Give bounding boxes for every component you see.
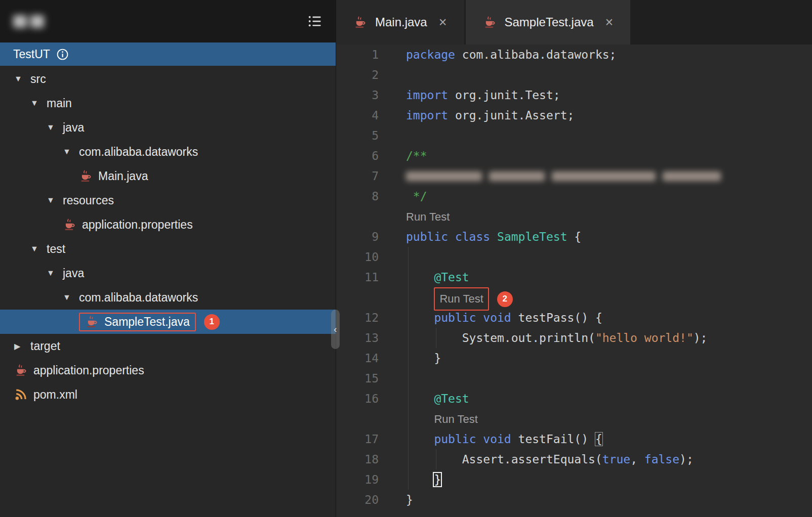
code-line-15[interactable]: 15	[336, 368, 812, 389]
code-token: @Test	[434, 271, 469, 284]
tree-item-src[interactable]: ▼src	[0, 67, 336, 91]
code-token: ,	[630, 453, 644, 466]
line-number: 8	[336, 186, 379, 206]
code-line-13[interactable]: 13 System.out.println("hello world!");	[336, 328, 812, 348]
app-window: TestUT ▼src▼main▼java▼com.alibaba.datawo…	[0, 0, 812, 517]
code-text: import org.junit.Test;	[406, 85, 560, 105]
tree-item-test[interactable]: ▼test	[0, 237, 336, 261]
indent-guide	[408, 409, 409, 429]
code-line-20[interactable]: 20}	[336, 490, 812, 510]
chevron-down-icon[interactable]: ▼	[14, 74, 30, 83]
info-icon[interactable]	[56, 48, 69, 61]
sidebar-header	[0, 0, 336, 42]
code-line-18[interactable]: 18 Assert.assertEquals(true, false);	[336, 449, 812, 469]
code-text: }	[406, 490, 413, 510]
chevron-down-icon[interactable]: ▼	[30, 99, 47, 108]
line-number: 9	[336, 227, 379, 247]
chevron-down-icon[interactable]: ▼	[47, 269, 63, 278]
code-line-5[interactable]: 5	[336, 125, 812, 146]
code-token	[406, 433, 434, 446]
close-icon[interactable]: ×	[605, 16, 614, 29]
tree-item-pom-xml[interactable]: pom.xml	[0, 382, 336, 407]
tree-item-target[interactable]: ▶target	[0, 334, 336, 358]
code-line-2[interactable]: 2	[336, 65, 812, 85]
tree-item-main-java[interactable]: Main.java	[0, 164, 336, 188]
run-test-lens[interactable]: Run Test	[434, 409, 477, 429]
lens-line[interactable]: Run Test2	[336, 287, 812, 308]
chevron-down-icon[interactable]: ▼	[30, 244, 47, 253]
code-token: testPass() {	[511, 311, 602, 324]
tree-item-label: target	[30, 339, 60, 353]
code-editor: Main.java×SampleTest.java× 1package com.…	[336, 0, 812, 517]
chevron-down-icon[interactable]: ▼	[63, 293, 79, 302]
tree-item-label: java	[63, 121, 84, 135]
chevron-down-icon[interactable]: ▼	[63, 147, 79, 156]
chevron-right-icon[interactable]: ▶	[14, 341, 30, 351]
line-number: 12	[336, 308, 379, 328]
tree-item-java[interactable]: ▼java	[0, 261, 336, 285]
code-line-6[interactable]: 6/**	[336, 146, 812, 166]
tree-item-com-alibaba-dataworks[interactable]: ▼com.alibaba.dataworks	[0, 285, 336, 310]
code-text: Run Test2	[406, 287, 513, 308]
tab-sampletest-java[interactable]: SampleTest.java×	[466, 0, 631, 45]
indent-guide	[408, 389, 409, 409]
tree-item-sampletest-java[interactable]: SampleTest.java1	[0, 310, 336, 334]
lens-line[interactable]: Run Test	[336, 409, 812, 429]
tree-item-com-alibaba-dataworks[interactable]: ▼com.alibaba.dataworks	[0, 140, 336, 164]
annotation-badge-2: 2	[497, 291, 513, 307]
tree-item-label: SampleTest.java	[104, 315, 190, 329]
tab-main-java[interactable]: Main.java×	[336, 0, 464, 45]
code-token: false	[644, 453, 679, 466]
code-token: {	[595, 433, 602, 446]
indent-guide	[408, 449, 409, 469]
tree-item-application-properties[interactable]: application.properties	[0, 212, 336, 237]
tree-item-main[interactable]: ▼main	[0, 91, 336, 115]
code-token: */	[406, 190, 427, 203]
code-line-10[interactable]: 10	[336, 247, 812, 267]
tab-bar: Main.java×SampleTest.java×	[336, 0, 812, 45]
indent-guide	[436, 328, 436, 348]
close-icon[interactable]: ×	[439, 16, 447, 29]
code-token: import	[406, 89, 448, 102]
code-token: "hello world!"	[595, 331, 694, 344]
line-number: 6	[336, 146, 379, 166]
code-token	[406, 473, 434, 486]
chevron-down-icon[interactable]: ▼	[47, 123, 63, 132]
code-line-3[interactable]: 3import org.junit.Test;	[336, 85, 812, 105]
line-number: 15	[336, 368, 379, 389]
code-text: public class SampleTest {	[406, 227, 581, 247]
sidebar-collapse-handle[interactable]: ‹	[331, 310, 340, 349]
project-bar[interactable]: TestUT	[0, 42, 336, 66]
tree-item-java[interactable]: ▼java	[0, 115, 336, 140]
code-line-4[interactable]: 4import org.junit.Assert;	[336, 105, 812, 125]
code-line-7[interactable]: 7	[336, 166, 812, 186]
run-test-lens[interactable]: Run Test	[406, 207, 450, 227]
xml-file-icon	[14, 388, 33, 401]
code-line-19[interactable]: 19 }	[336, 469, 812, 490]
code-line-11[interactable]: 11 @Test	[336, 267, 812, 287]
code-token	[406, 311, 434, 324]
redacted-comment	[406, 166, 721, 186]
code-token: org.junit.Test;	[448, 89, 560, 102]
code-line-17[interactable]: 17 public void testFail() {	[336, 429, 812, 449]
code-token: package	[406, 48, 455, 61]
code-line-14[interactable]: 14 }	[336, 348, 812, 368]
code-area[interactable]: 1package com.alibaba.dataworks;23import …	[336, 45, 812, 517]
code-text: /**	[406, 146, 427, 166]
indent-guide	[408, 429, 409, 449]
code-line-1[interactable]: 1package com.alibaba.dataworks;	[336, 45, 812, 65]
code-line-12[interactable]: 12 public void testPass() {	[336, 308, 812, 328]
lens-line[interactable]: Run Test	[336, 206, 812, 227]
tree-item-label: com.alibaba.dataworks	[79, 145, 198, 159]
code-line-9[interactable]: 9public class SampleTest {	[336, 227, 812, 247]
java-file-icon	[353, 16, 367, 29]
chevron-down-icon[interactable]: ▼	[47, 196, 63, 205]
run-test-lens[interactable]: Run Test	[439, 289, 483, 309]
list-icon[interactable]	[307, 14, 322, 28]
tree-item-resources[interactable]: ▼resources	[0, 188, 336, 212]
code-line-16[interactable]: 16 @Test	[336, 389, 812, 409]
tree-item-label: application.properties	[82, 218, 193, 232]
code-line-8[interactable]: 8 */	[336, 186, 812, 206]
tree-item-application-properties[interactable]: application.properties	[0, 358, 336, 382]
code-text	[406, 166, 721, 186]
